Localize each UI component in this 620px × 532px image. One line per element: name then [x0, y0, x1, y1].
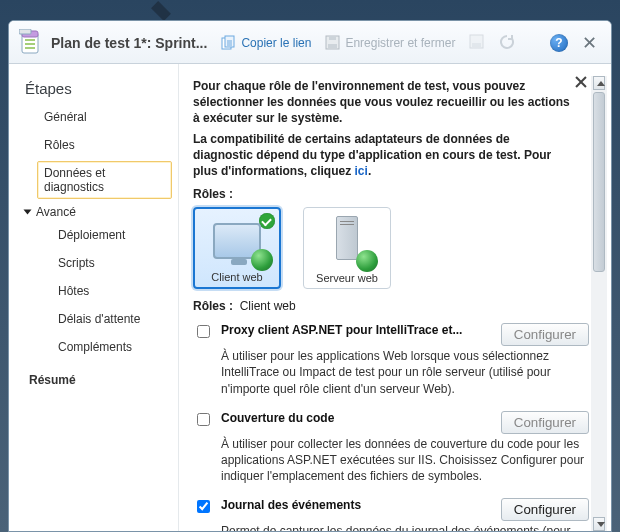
test-plan-icon	[19, 29, 43, 57]
server-icon	[336, 216, 358, 260]
selected-role-label: Rôles : Client web	[193, 299, 607, 313]
close-window-icon[interactable]: ✕	[578, 32, 601, 54]
more-info-link[interactable]: ici	[355, 164, 368, 178]
titlebar: Plan de test 1*: Sprint... Copier le lie…	[9, 21, 611, 64]
adapter-description: À utiliser pour les applications Web lor…	[221, 348, 589, 397]
intro-text-2: La compatibilité de certains adaptateurs…	[193, 131, 607, 180]
svg-rect-9	[328, 44, 337, 48]
adapter-checkbox-event-log[interactable]	[197, 500, 210, 513]
adapter-title: Journal des événements	[221, 498, 493, 512]
role-tile-label: Client web	[211, 271, 262, 283]
adapter-description: À utiliser pour collecter les données de…	[221, 436, 589, 485]
sidebar-item-timeouts[interactable]: Délais d'attente	[51, 307, 172, 331]
adapter-title: Proxy client ASP.NET pour IntelliTrace e…	[221, 323, 493, 337]
save-and-close-button[interactable]: Enregistrer et fermer	[325, 35, 455, 51]
toolbar: Copier le lien Enregistrer et fermer	[221, 32, 601, 54]
intro-text-2-body: La compatibilité de certains adaptateurs…	[193, 132, 551, 178]
adapter-checkbox-aspnet-proxy[interactable]	[197, 325, 210, 338]
save-icon	[469, 34, 485, 50]
adapter-row: Couverture du code Configurer À utiliser…	[193, 407, 589, 495]
copy-link-icon	[221, 35, 237, 51]
scroll-down-arrow-icon[interactable]	[593, 517, 605, 531]
adapter-row: Journal des événements Configurer Permet…	[193, 494, 589, 531]
sidebar-heading: Étapes	[25, 80, 172, 97]
role-tile-server-web[interactable]: Serveur web	[303, 207, 391, 289]
role-tile-label: Serveur web	[316, 272, 378, 284]
save-close-label: Enregistrer et fermer	[345, 36, 455, 50]
intro-text-1: Pour chaque rôle de l'environnement de t…	[193, 78, 607, 127]
adapter-title: Couverture du code	[221, 411, 493, 425]
adapter-checkbox-code-coverage[interactable]	[197, 413, 210, 426]
sidebar-item-addins[interactable]: Compléments	[51, 335, 172, 359]
scroll-thumb[interactable]	[593, 92, 605, 272]
svg-rect-12	[472, 43, 481, 47]
vertical-scrollbar[interactable]	[591, 76, 607, 531]
copy-link-button[interactable]: Copier le lien	[221, 35, 311, 51]
help-icon[interactable]: ?	[550, 34, 568, 52]
sidebar-item-scripts[interactable]: Scripts	[51, 251, 172, 275]
sidebar-item-roles[interactable]: Rôles	[37, 133, 172, 157]
window-title: Plan de test 1*: Sprint...	[51, 35, 207, 51]
adapter-description: Permet de capturer les données du journa…	[221, 523, 589, 531]
refresh-button[interactable]	[499, 34, 515, 53]
chevron-down-icon	[24, 210, 32, 215]
save-button[interactable]	[469, 34, 485, 53]
configure-button[interactable]: Configurer	[501, 323, 589, 346]
sidebar-advanced-label: Avancé	[36, 205, 76, 219]
configure-button[interactable]: Configurer	[501, 498, 589, 521]
svg-rect-3	[25, 39, 35, 41]
selected-role-value: Client web	[240, 299, 296, 313]
roles-label: Rôles :	[193, 187, 607, 201]
roles-tile-row: Client web Serveur web	[193, 207, 607, 289]
sidebar-item-summary[interactable]: Résumé	[29, 373, 172, 387]
sidebar-item-data-diagnostics[interactable]: Données et diagnostics	[37, 161, 172, 199]
svg-rect-5	[25, 47, 35, 49]
close-panel-icon[interactable]	[573, 74, 589, 90]
sidebar-advanced-toggle[interactable]: Avancé	[25, 205, 172, 219]
svg-rect-10	[329, 36, 336, 40]
refresh-icon	[499, 34, 515, 50]
configure-button[interactable]: Configurer	[501, 411, 589, 434]
svg-rect-2	[19, 29, 31, 34]
copy-link-label: Copier le lien	[241, 36, 311, 50]
globe-icon	[356, 250, 378, 272]
adapter-row: Proxy client ASP.NET pour IntelliTrace e…	[193, 319, 589, 407]
adapter-list: Proxy client ASP.NET pour IntelliTrace e…	[193, 319, 607, 531]
settings-window: Plan de test 1*: Sprint... Copier le lie…	[8, 20, 612, 532]
main-panel: Pour chaque rôle de l'environnement de t…	[179, 64, 611, 531]
sidebar-item-hosts[interactable]: Hôtes	[51, 279, 172, 303]
steps-sidebar: Étapes Général Rôles Données et diagnost…	[9, 64, 179, 531]
sidebar-item-deployment[interactable]: Déploiement	[51, 223, 172, 247]
sidebar-item-general[interactable]: Général	[37, 105, 172, 129]
checkmark-icon	[259, 213, 275, 229]
role-tile-client-web[interactable]: Client web	[193, 207, 281, 289]
save-close-icon	[325, 35, 341, 51]
scroll-up-arrow-icon[interactable]	[593, 76, 605, 90]
globe-icon	[251, 249, 273, 271]
svg-rect-4	[25, 43, 35, 45]
